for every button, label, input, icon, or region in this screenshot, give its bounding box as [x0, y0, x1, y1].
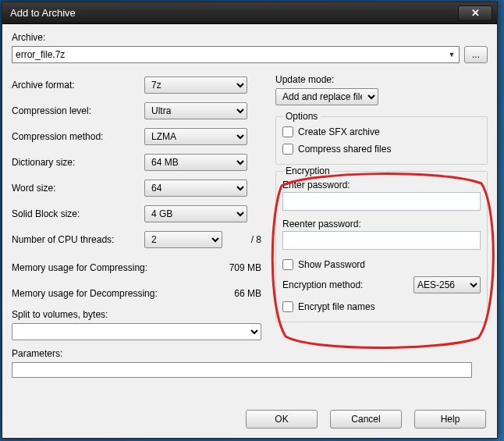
ok-button[interactable]: OK	[246, 410, 318, 429]
encryption-method-label: Encryption method:	[282, 279, 413, 290]
close-icon: ✕	[471, 7, 480, 19]
archive-path-input[interactable]	[12, 46, 460, 63]
split-volumes-label: Split to volumes, bytes:	[12, 309, 261, 320]
compression-method-select[interactable]: LZMA	[144, 128, 247, 145]
reenter-password-input[interactable]	[282, 231, 481, 250]
encrypt-filenames-checkbox[interactable]	[282, 301, 293, 312]
compress-shared-checkbox[interactable]	[282, 144, 293, 155]
create-sfx-checkbox[interactable]	[282, 126, 293, 137]
update-mode-select[interactable]: Add and replace files	[275, 88, 378, 105]
show-password-label: Show Password	[298, 259, 365, 270]
archive-format-select[interactable]: 7z	[144, 76, 247, 94]
mem-decomp-value: 66 MB	[215, 288, 261, 299]
browse-button[interactable]: ...	[464, 46, 488, 63]
encryption-group: Encryption Enter password: Reenter passw…	[275, 171, 488, 322]
window-title: Add to Archive	[10, 7, 458, 19]
help-button[interactable]: Help	[414, 410, 486, 429]
dictionary-size-label: Dictionary size:	[12, 157, 144, 168]
mem-comp-label: Memory usage for Compressing:	[12, 262, 147, 273]
create-sfx-label: Create SFX archive	[298, 126, 380, 137]
compression-method-label: Compression method:	[12, 131, 144, 142]
solid-block-label: Solid Block size:	[12, 208, 144, 219]
archive-label: Archive:	[12, 32, 488, 43]
show-password-checkbox[interactable]	[282, 259, 293, 270]
solid-block-select[interactable]: 4 GB	[144, 205, 247, 222]
compress-shared-label: Compress shared files	[298, 144, 391, 155]
mem-decomp-label: Memory usage for Decompressing:	[12, 288, 158, 299]
left-column: Archive format: 7z Compression level: Ul…	[12, 74, 261, 396]
encryption-method-select[interactable]: AES-256	[413, 276, 481, 293]
close-button[interactable]: ✕	[458, 5, 492, 21]
enter-password-label: Enter password:	[282, 180, 481, 190]
encryption-group-label: Encryption	[282, 165, 333, 176]
cancel-button[interactable]: Cancel	[330, 410, 402, 429]
reenter-password-label: Reenter password:	[282, 219, 481, 229]
cpu-threads-label: Number of CPU threads:	[12, 234, 144, 245]
compression-level-label: Compression level:	[12, 105, 144, 116]
update-mode-label: Update mode:	[275, 74, 488, 85]
mem-comp-value: 709 MB	[215, 262, 261, 273]
cpu-threads-max: / 8	[236, 234, 261, 245]
add-to-archive-window: Add to Archive ✕ Archive: ▼ ... Archive …	[2, 2, 498, 439]
split-volumes-select[interactable]	[12, 323, 261, 340]
dialog-buttons: OK Cancel Help	[2, 402, 497, 438]
right-column: Update mode: Add and replace files Optio…	[275, 74, 488, 396]
options-group-label: Options	[282, 111, 321, 122]
encrypt-filenames-label: Encrypt file names	[298, 301, 375, 312]
word-size-select[interactable]: 64	[144, 180, 247, 197]
enter-password-input[interactable]	[282, 192, 481, 211]
compression-level-select[interactable]: Ultra	[144, 102, 247, 119]
archive-format-label: Archive format:	[12, 80, 144, 91]
dictionary-size-select[interactable]: 64 MB	[144, 154, 247, 171]
titlebar: Add to Archive ✕	[2, 2, 497, 24]
cpu-threads-select[interactable]: 2	[144, 231, 222, 248]
word-size-label: Word size:	[12, 183, 144, 194]
content: Archive: ▼ ... Archive format: 7z Compre…	[2, 24, 497, 402]
